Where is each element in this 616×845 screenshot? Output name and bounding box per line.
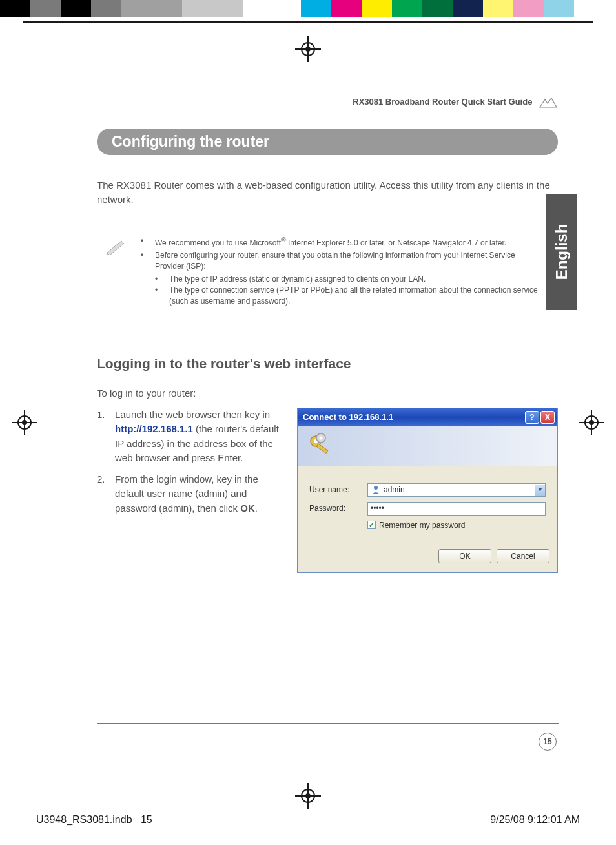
dialog-title-text: Connect to 192.168.1.1 [303, 412, 393, 422]
dialog-titlebar: Connect to 192.168.1.1 ? X [298, 408, 557, 426]
topbar-underline [23, 21, 593, 23]
footer-filename: U3948_RS3081.indb [36, 814, 132, 825]
password-label: Password: [309, 504, 367, 513]
doc-title: RX3081 Broadband Router Quick Start Guid… [353, 97, 532, 107]
note-text: ® [281, 236, 285, 244]
step-item: 1. Launch the web browser then key in ht… [97, 408, 284, 466]
registration-mark-icon [579, 410, 604, 435]
dialog-banner [298, 426, 557, 466]
login-dialog: Connect to 192.168.1.1 ? X User name: [297, 408, 558, 573]
dialog-help-button[interactable]: ? [525, 411, 539, 424]
svg-rect-18 [316, 444, 328, 453]
user-icon [371, 485, 381, 495]
step-text: From the login window, key in the defaul… [115, 474, 258, 514]
page-content: RX3081 Broadband Router Quick Start Guid… [97, 97, 558, 748]
step-text-bold: OK [240, 503, 255, 514]
section-title: Configuring the router [98, 133, 557, 151]
password-input[interactable]: ••••• [367, 502, 546, 516]
registration-mark-icon [295, 36, 321, 62]
chevron-down-icon[interactable]: ▼ [535, 485, 545, 496]
keys-icon [307, 432, 335, 461]
password-value: ••••• [371, 504, 384, 513]
registration-mark-icon [12, 410, 37, 435]
svg-point-7 [305, 793, 311, 798]
step-text: Launch the web browser then key in [115, 409, 270, 420]
page-number-wrap: 15 [539, 733, 557, 751]
username-value: admin [384, 485, 405, 494]
step-text: . [255, 503, 258, 514]
note-subitem: The type of IP address (static or dynami… [155, 274, 545, 285]
svg-point-11 [22, 420, 27, 425]
page-number: 15 [539, 733, 557, 751]
note-text: We recommend you to use Microsoft [155, 238, 281, 247]
note-subitem: The type of connection service (PPTP or … [155, 285, 545, 308]
footer-rule [97, 723, 559, 724]
note-item: Before configuring your router, ensure t… [141, 250, 545, 308]
note-item: We recommend you to use Microsoft® Inter… [141, 236, 545, 249]
note-pencil-icon [103, 237, 128, 256]
step-item: 2. From the login window, key in the def… [97, 472, 284, 516]
svg-point-21 [374, 486, 378, 490]
subsection-heading: Logging in to the router's web interface [97, 356, 558, 373]
note-box: We recommend you to use Microsoft® Inter… [110, 229, 545, 317]
brand-logo-icon [539, 97, 558, 109]
username-combobox[interactable]: admin ▼ [367, 483, 546, 497]
dialog-close-button[interactable]: X [540, 411, 555, 424]
steps-intro: To log in to your router: [97, 388, 558, 399]
print-footer: U3948_RS3081.indb 15 9/25/08 9:12:01 AM [36, 814, 580, 826]
section-title-banner: Configuring the router [97, 129, 558, 155]
footer-right: 9/25/08 9:12:01 AM [490, 814, 580, 826]
svg-point-20 [320, 436, 323, 439]
remember-checkbox[interactable]: ✓ [367, 521, 376, 529]
footer-left: U3948_RS3081.indb 15 [36, 814, 152, 826]
cancel-button[interactable]: Cancel [497, 549, 549, 563]
running-header: RX3081 Broadband Router Quick Start Guid… [97, 97, 558, 110]
router-ip-link[interactable]: http://192.168.1.1 [115, 423, 193, 434]
remember-label: Remember my password [379, 521, 465, 530]
note-text: Internet Explorer 5.0 or later, or Netsc… [286, 238, 507, 247]
intro-paragraph: The RX3081 Router comes with a web-based… [97, 178, 558, 207]
registration-mark-icon [295, 783, 321, 809]
print-color-bar [0, 0, 616, 21]
username-label: User name: [309, 485, 367, 494]
svg-point-15 [589, 420, 594, 425]
svg-point-3 [305, 47, 311, 52]
note-text: Before configuring your router, ensure t… [155, 251, 515, 271]
ok-button[interactable]: OK [438, 549, 491, 563]
footer-pageno: 15 [141, 814, 152, 825]
